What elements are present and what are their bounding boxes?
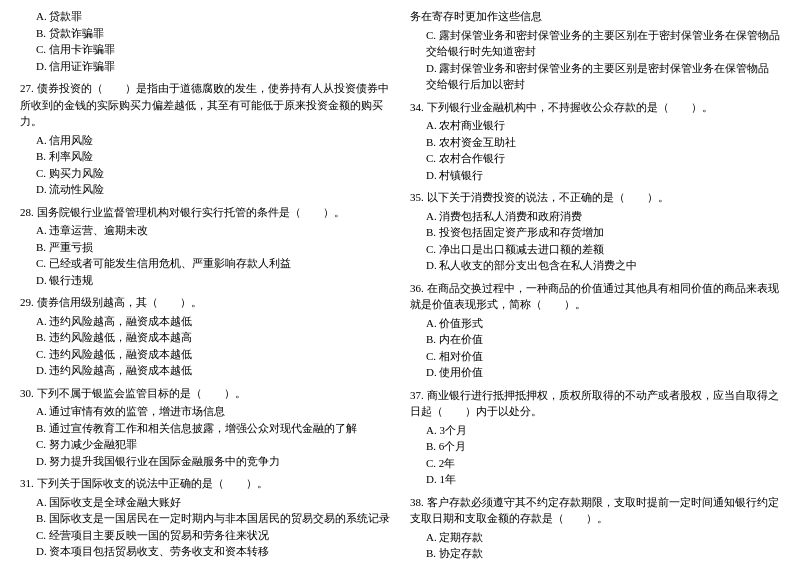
option-item: A. 农村商业银行 [410,117,780,134]
option-item: C. 2年 [410,455,780,472]
question-text: 务在寄存时更加作这些信息 [410,8,780,25]
option-item: D. 信用证诈骗罪 [20,58,390,75]
option-item: A. 信用风险 [20,132,390,149]
option-item: C. 信用卡诈骗罪 [20,41,390,58]
option-item: B. 国际收支是一国居民在一定时期内与非本国居民的贸易交易的系统记录 [20,510,390,527]
page-container: A. 贷款罪 B. 贷款诈骗罪 C. 信用卡诈骗罪 D. 信用证诈骗罪 27. … [0,0,800,565]
option-item: C. 努力减少金融犯罪 [20,436,390,453]
question-35: 35. 以下关于消费投资的说法，不正确的是（ ）。 A. 消费包括私人消费和政府… [410,189,780,274]
q33-continued: 务在寄存时更加作这些信息 C. 露封保管业务和密封保管业务的主要区别在于密封保管… [410,8,780,93]
option-item: B. 贷款诈骗罪 [20,25,390,42]
option-item: C. 活期存款 [410,562,780,566]
question-text: 28. 国务院银行业监督管理机构对银行实行托管的条件是（ ）。 [20,204,390,221]
question-text: 37. 商业银行进行抵押抵押权，质权所取得的不动产或者股权，应当自取得之日起（ … [410,387,780,420]
question-31: 31. 下列关于国际收支的说法中正确的是（ ）。 A. 国际收支是全球金融大账好… [20,475,390,560]
question-text: 27. 债券投资的（ ）是指由于道德腐败的发生，使券持有人从投资债券中所收到的金… [20,80,390,130]
option-item: B. 协定存款 [410,545,780,562]
option-item: D. 努力提升我国银行业在国际金融服务中的竞争力 [20,453,390,470]
question-27: 27. 债券投资的（ ）是指由于道德腐败的发生，使券持有人从投资债券中所收到的金… [20,80,390,198]
option-item: D. 流动性风险 [20,181,390,198]
question-text: 31. 下列关于国际收支的说法中正确的是（ ）。 [20,475,390,492]
question-30: 30. 下列不属于银监会监管目标的是（ ）。 A. 通过审情有效的监管，增进市场… [20,385,390,470]
option-item: B. 严重亏损 [20,239,390,256]
option-item: A. 违章运营、逾期未改 [20,222,390,239]
main-content: A. 贷款罪 B. 贷款诈骗罪 C. 信用卡诈骗罪 D. 信用证诈骗罪 27. … [20,8,780,565]
question-34: 34. 下列银行业金融机构中，不持握收公众存款的是（ ）。 A. 农村商业银行 … [410,99,780,184]
option-item: A. 定期存款 [410,529,780,546]
question-37: 37. 商业银行进行抵押抵押权，质权所取得的不动产或者股权，应当自取得之日起（ … [410,387,780,488]
option-item: D. 露封保管业务和密封保管业务的主要区别是密封保管业务在保管物品交给银行后加以… [410,60,780,93]
option-item: C. 净出口是出口额减去进口额的差额 [410,241,780,258]
option-item: A. 贷款罪 [20,8,390,25]
option-item: C. 违约风险越低，融资成本越低 [20,346,390,363]
option-item: A. 违约风险越高，融资成本越低 [20,313,390,330]
option-item: D. 资本项目包括贸易收支、劳务收支和资本转移 [20,543,390,560]
option-item: B. 内在价值 [410,331,780,348]
option-item: B. 投资包括固定资产形成和存货增加 [410,224,780,241]
question-text: 38. 客户存款必须遵守其不约定存款期限，支取时提前一定时间通知银行约定支取日期… [410,494,780,527]
option-item: D. 私人收支的部分支出包含在私人消费之中 [410,257,780,274]
question-29: 29. 债券信用级别越高，其（ ）。 A. 违约风险越高，融资成本越低 B. 违… [20,294,390,379]
option-item: A. 3个月 [410,422,780,439]
option-item: C. 露封保管业务和密封保管业务的主要区别在于密封保管业务在保管物品交给银行时先… [410,27,780,60]
question-text: 35. 以下关于消费投资的说法，不正确的是（ ）。 [410,189,780,206]
option-item: D. 使用价值 [410,364,780,381]
option-item: A. 国际收支是全球金融大账好 [20,494,390,511]
right-column: 务在寄存时更加作这些信息 C. 露封保管业务和密封保管业务的主要区别在于密封保管… [410,8,780,565]
option-item: A. 消费包括私人消费和政府消费 [410,208,780,225]
question-text: 36. 在商品交换过程中，一种商品的价值通过其他具有相同价值的商品来表现就是价值… [410,280,780,313]
option-item: B. 通过宣传教育工作和相关信息披露，增强公众对现代金融的了解 [20,420,390,437]
question-28: 28. 国务院银行业监督管理机构对银行实行托管的条件是（ ）。 A. 违章运营、… [20,204,390,289]
question-text: 29. 债券信用级别越高，其（ ）。 [20,294,390,311]
option-item: D. 银行违规 [20,272,390,289]
option-item: B. 利率风险 [20,148,390,165]
question-36: 36. 在商品交换过程中，一种商品的价值通过其他具有相同价值的商品来表现就是价值… [410,280,780,381]
question-text: 30. 下列不属于银监会监管目标的是（ ）。 [20,385,390,402]
option-item: C. 相对价值 [410,348,780,365]
option-item: C. 农村合作银行 [410,150,780,167]
option-item: B. 农村资金互助社 [410,134,780,151]
question-text: 34. 下列银行业金融机构中，不持握收公众存款的是（ ）。 [410,99,780,116]
option-item: C. 购买力风险 [20,165,390,182]
question-38: 38. 客户存款必须遵守其不约定存款期限，支取时提前一定时间通知银行约定支取日期… [410,494,780,566]
option-item: C. 已经或者可能发生信用危机、严重影响存款人利益 [20,255,390,272]
option-item: D. 违约风险越高，融资成本越低 [20,362,390,379]
option-item: B. 违约风险越低，融资成本越高 [20,329,390,346]
option-item: A. 价值形式 [410,315,780,332]
option-item: D. 村镇银行 [410,167,780,184]
option-item: D. 1年 [410,471,780,488]
option-item: B. 6个月 [410,438,780,455]
continued-options-block: A. 贷款罪 B. 贷款诈骗罪 C. 信用卡诈骗罪 D. 信用证诈骗罪 [20,8,390,74]
option-item: A. 通过审情有效的监管，增进市场信息 [20,403,390,420]
option-item: C. 经营项目主要反映一国的贸易和劳务往来状况 [20,527,390,544]
left-column: A. 贷款罪 B. 贷款诈骗罪 C. 信用卡诈骗罪 D. 信用证诈骗罪 27. … [20,8,390,565]
